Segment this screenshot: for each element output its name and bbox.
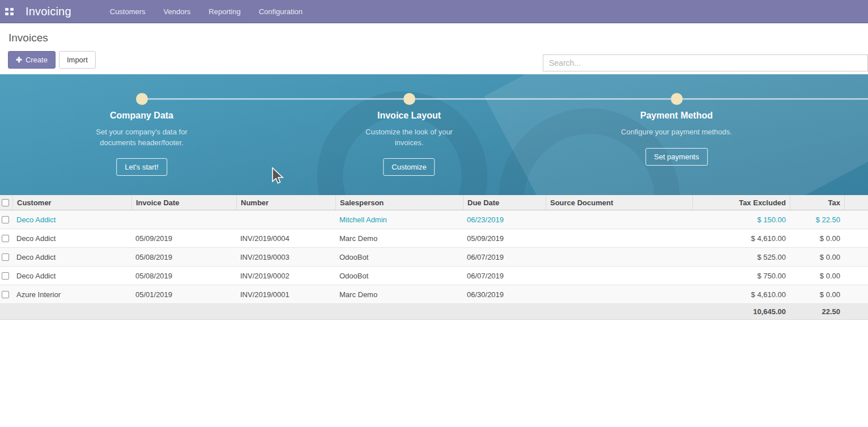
column-header-invoice-date[interactable]: Invoice Date xyxy=(131,195,236,210)
cell-due-date[interactable]: 05/09/2019 xyxy=(463,234,546,243)
cell-number[interactable]: INV/2019/0003 xyxy=(236,253,335,261)
cell-customer[interactable]: Deco Addict xyxy=(12,253,131,261)
cell-salesperson[interactable]: OdooBot xyxy=(335,253,463,261)
cell-number[interactable]: INV/2019/0001 xyxy=(236,290,335,299)
total-tax: 22.50 xyxy=(790,307,844,316)
cell-salesperson[interactable]: OdooBot xyxy=(335,272,463,280)
apps-grid-icon[interactable] xyxy=(5,8,14,15)
cell-salesperson[interactable]: Mitchell Admin xyxy=(335,215,463,224)
navbar-menus: Customers Vendors Reporting Configuratio… xyxy=(103,4,309,19)
cell-due-date[interactable]: 06/23/2019 xyxy=(463,215,546,224)
menu-vendors[interactable]: Vendors xyxy=(157,4,198,19)
apps-grid-square xyxy=(10,8,14,11)
onboarding-step-invoice-layout: Invoice Layout Customize the look of you… xyxy=(318,74,500,195)
row-checkbox-cell xyxy=(0,272,12,280)
set-payments-button[interactable]: Set payments xyxy=(645,148,708,166)
total-tax-excluded: 10,645.00 xyxy=(692,307,790,316)
column-header-tax-excluded[interactable]: Tax Excluded xyxy=(692,195,790,210)
table-row[interactable]: Deco Addict Mitchell Admin 06/23/2019 $ … xyxy=(0,210,868,229)
row-checkbox[interactable] xyxy=(2,253,9,261)
cell-customer[interactable]: Deco Addict xyxy=(12,215,131,224)
step-description: Configure your payment methods. xyxy=(597,127,756,138)
column-header-due-date[interactable]: Due Date xyxy=(463,195,546,210)
row-checkbox[interactable] xyxy=(2,291,9,298)
cell-due-date[interactable]: 06/30/2019 xyxy=(463,290,546,299)
column-header-salesperson[interactable]: Salesperson xyxy=(335,195,463,210)
step-title: Company Data xyxy=(51,111,232,121)
row-checkbox[interactable] xyxy=(2,272,9,280)
onboarding-step-company-data: Company Data Set your company's data for… xyxy=(51,74,232,195)
invoicing-app-screen: Invoicing Customers Vendors Reporting Co… xyxy=(0,0,868,427)
cell-tax[interactable]: $ 22.50 xyxy=(790,215,844,224)
column-header-number[interactable]: Number xyxy=(236,195,335,210)
cell-invoice-date[interactable]: 05/01/2019 xyxy=(131,290,236,299)
create-button[interactable]: ✚ Create xyxy=(8,51,56,69)
cell-invoice-date[interactable]: 05/08/2019 xyxy=(131,272,236,280)
cell-number[interactable]: INV/2019/0002 xyxy=(236,272,335,280)
apps-grid-square xyxy=(10,12,14,15)
onboarding-banner: Company Data Set your company's data for… xyxy=(0,74,868,195)
table-row[interactable]: Azure Interior 05/01/2019 INV/2019/0001 … xyxy=(0,285,868,304)
cell-salesperson[interactable]: Marc Demo xyxy=(335,290,463,299)
cell-salesperson[interactable]: Marc Demo xyxy=(335,234,463,243)
step-description: Customize the look of your invoices. xyxy=(358,127,460,149)
select-all-checkbox[interactable] xyxy=(2,199,9,206)
cell-customer[interactable]: Deco Addict xyxy=(12,234,131,243)
column-header-source-document[interactable]: Source Document xyxy=(546,195,692,210)
cell-customer[interactable]: Azure Interior xyxy=(12,290,131,299)
cell-tax[interactable]: $ 0.00 xyxy=(790,234,844,243)
table-row[interactable]: Deco Addict 05/09/2019 INV/2019/0004 Mar… xyxy=(0,229,868,248)
apps-grid-square xyxy=(5,12,8,15)
invoice-table-body: Deco Addict Mitchell Admin 06/23/2019 $ … xyxy=(0,210,868,304)
row-checkbox[interactable] xyxy=(2,235,9,242)
column-header-tax[interactable]: Tax xyxy=(790,195,844,210)
control-panel: Invoices ✚ Create Import Filters ☰ xyxy=(0,23,868,74)
cell-tax-excluded[interactable]: $ 4,610.00 xyxy=(692,234,790,243)
lets-start-button[interactable]: Let's start! xyxy=(116,158,167,176)
step-title: Payment Method xyxy=(586,111,767,121)
cell-customer[interactable]: Deco Addict xyxy=(12,272,131,280)
search-box xyxy=(543,54,868,71)
plus-icon: ✚ xyxy=(16,56,22,64)
step-title: Invoice Layout xyxy=(318,111,500,121)
app-name[interactable]: Invoicing xyxy=(25,5,71,18)
row-checkbox-cell xyxy=(0,235,12,242)
import-button[interactable]: Import xyxy=(59,51,96,69)
header-checkbox-cell xyxy=(0,195,12,210)
row-checkbox-cell xyxy=(0,291,12,298)
cell-tax[interactable]: $ 0.00 xyxy=(790,290,844,299)
customize-button[interactable]: Customize xyxy=(383,158,435,176)
table-row[interactable]: Deco Addict 05/08/2019 INV/2019/0002 Odo… xyxy=(0,267,868,285)
row-checkbox-cell xyxy=(0,216,12,223)
table-header-row: Customer Invoice Date Number Salesperson… xyxy=(0,195,868,210)
step-description: Set your company's data for documents he… xyxy=(87,127,197,149)
cell-tax[interactable]: $ 0.00 xyxy=(790,272,844,280)
cell-invoice-date[interactable]: 05/08/2019 xyxy=(131,253,236,261)
cell-tax-excluded[interactable]: $ 4,610.00 xyxy=(692,290,790,299)
search-input[interactable] xyxy=(543,55,867,71)
create-button-label: Create xyxy=(25,56,48,64)
cell-number[interactable]: INV/2019/0004 xyxy=(236,234,335,243)
menu-customers[interactable]: Customers xyxy=(103,4,152,19)
row-checkbox[interactable] xyxy=(2,216,9,223)
menu-reporting[interactable]: Reporting xyxy=(202,4,247,19)
cell-invoice-date[interactable]: 05/09/2019 xyxy=(131,234,236,243)
onboarding-step-payment-method: Payment Method Configure your payment me… xyxy=(586,74,767,195)
row-checkbox-cell xyxy=(0,253,12,261)
cell-due-date[interactable]: 06/07/2019 xyxy=(463,272,546,280)
menu-configuration[interactable]: Configuration xyxy=(252,4,309,19)
cell-tax-excluded[interactable]: $ 150.00 xyxy=(692,215,790,224)
import-button-label: Import xyxy=(67,56,88,64)
cell-tax-excluded[interactable]: $ 525.00 xyxy=(692,253,790,261)
column-header-filler xyxy=(844,195,868,210)
cell-due-date[interactable]: 06/07/2019 xyxy=(463,253,546,261)
table-row[interactable]: Deco Addict 05/08/2019 INV/2019/0003 Odo… xyxy=(0,248,868,267)
column-header-customer[interactable]: Customer xyxy=(12,195,131,210)
apps-grid-square xyxy=(5,8,8,11)
cell-tax-excluded[interactable]: $ 750.00 xyxy=(692,272,790,280)
top-navbar: Invoicing Customers Vendors Reporting Co… xyxy=(0,0,868,23)
action-buttons: ✚ Create Import xyxy=(8,51,96,69)
cell-tax[interactable]: $ 0.00 xyxy=(790,253,844,261)
page-title: Invoices xyxy=(8,32,48,44)
table-totals-row: 10,645.00 22.50 xyxy=(0,304,868,320)
